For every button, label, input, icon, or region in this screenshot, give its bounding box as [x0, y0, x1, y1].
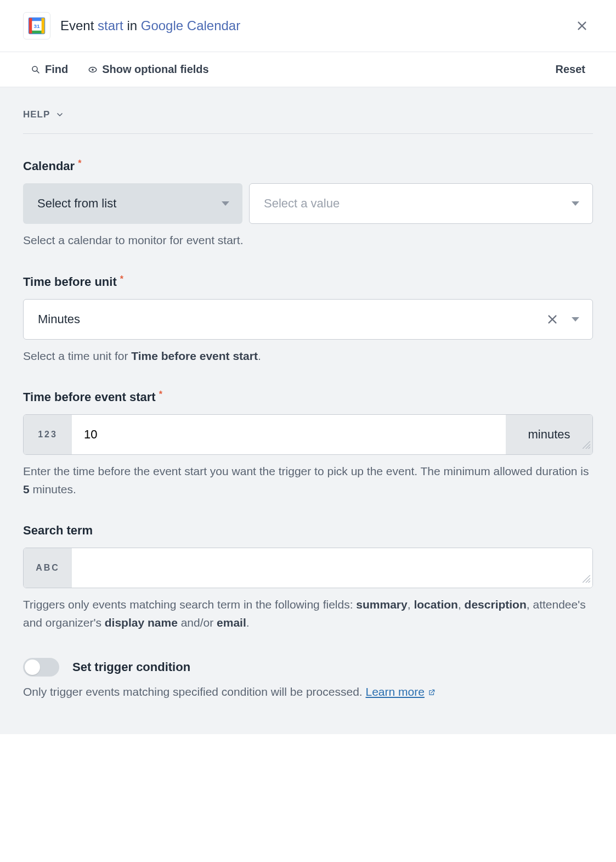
calendar-helper: Select a calendar to monitor for event s… [23, 232, 593, 250]
eye-icon [88, 65, 98, 75]
time-before-helper: Enter the time before the event start yo… [23, 463, 593, 498]
field-trigger-condition: Set trigger condition [23, 658, 593, 677]
text-type-badge: ABC [24, 548, 72, 588]
field-calendar: Calendar* Select from list Select a valu… [23, 159, 593, 250]
svg-text:31: 31 [33, 23, 40, 29]
calendar-source-select[interactable]: Select from list [23, 183, 242, 224]
trigger-condition-toggle[interactable] [23, 658, 59, 677]
svg-rect-4 [29, 18, 32, 33]
calendar-label: Calendar* [23, 159, 593, 173]
numeric-type-badge: 123 [24, 415, 72, 454]
learn-more-link[interactable]: Learn more [365, 683, 435, 701]
show-optional-fields-button[interactable]: Show optional fields [88, 63, 208, 76]
close-icon [576, 20, 588, 32]
caret-down-icon [222, 201, 229, 206]
caret-down-icon [572, 317, 579, 322]
search-term-label: Search term [23, 523, 593, 538]
svg-point-7 [32, 66, 37, 71]
help-section-toggle[interactable]: HELP [23, 109, 593, 134]
svg-rect-3 [42, 18, 45, 33]
calendar-value-select[interactable]: Select a value [249, 183, 593, 224]
time-unit-select[interactable]: Minutes [23, 299, 593, 340]
close-button[interactable] [571, 15, 593, 37]
field-search-term: Search term ABC Triggers only events mat… [23, 523, 593, 632]
title-link-start[interactable]: start [98, 18, 123, 33]
caret-down-icon [572, 201, 579, 206]
clear-icon[interactable] [546, 313, 558, 325]
find-button[interactable]: Find [31, 63, 68, 76]
dialog-header: 31 Event start in Google Calendar [0, 0, 616, 52]
time-unit-label: Time before unit* [23, 275, 593, 289]
reset-button[interactable]: Reset [556, 63, 585, 76]
external-link-icon [428, 689, 436, 696]
toggle-knob [25, 660, 40, 675]
resize-handle-icon[interactable] [583, 573, 590, 585]
time-before-label: Time before event start* [23, 390, 593, 404]
dialog-title: Event start in Google Calendar [60, 18, 561, 33]
trigger-condition-label: Set trigger condition [72, 660, 190, 674]
time-unit-helper: Select a time unit for Time before event… [23, 347, 593, 365]
time-before-input-group: 123 minutes [23, 414, 593, 455]
google-calendar-icon: 31 [23, 12, 50, 40]
field-time-before: Time before event start* 123 minutes Ent… [23, 390, 593, 498]
chevron-down-icon [55, 110, 64, 119]
search-term-input[interactable] [72, 548, 592, 588]
search-term-helper: Triggers only events matching search ter… [23, 596, 593, 632]
field-time-unit: Time before unit* Minutes Select a time … [23, 275, 593, 365]
time-before-unit-suffix: minutes [506, 415, 592, 454]
form-body: HELP Calendar* Select from list Select a… [0, 87, 616, 734]
toolbar: Find Show optional fields Reset [0, 52, 616, 87]
trigger-condition-helper: Only trigger events matching specified c… [23, 683, 593, 701]
search-term-input-group: ABC [23, 548, 593, 588]
resize-handle-icon[interactable] [583, 438, 590, 452]
title-link-app[interactable]: Google Calendar [141, 18, 240, 33]
search-icon [31, 65, 41, 75]
time-before-input[interactable] [72, 415, 506, 454]
svg-point-9 [92, 69, 94, 71]
